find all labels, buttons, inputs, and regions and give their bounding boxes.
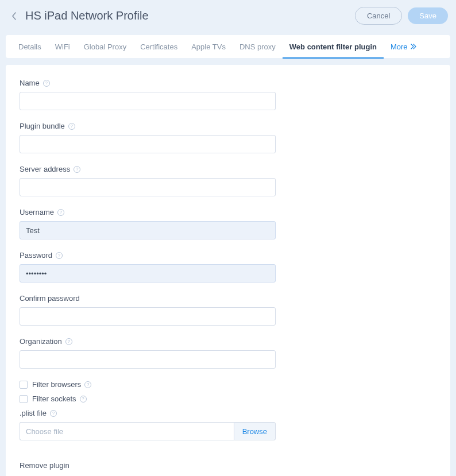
help-icon[interactable]: ?: [68, 123, 75, 130]
cancel-button[interactable]: Cancel: [355, 7, 402, 25]
tab-more-label: More: [391, 42, 408, 51]
page-title: HS iPad Network Profile: [25, 9, 355, 22]
filter-sockets-label: Filter sockets: [32, 394, 76, 403]
browse-button[interactable]: Browse: [234, 422, 276, 440]
tab-wifi[interactable]: WiFi: [48, 36, 77, 58]
confirm-password-input[interactable]: [20, 307, 276, 326]
help-icon[interactable]: ?: [65, 338, 72, 345]
organization-input[interactable]: [20, 350, 276, 369]
help-icon[interactable]: ?: [74, 166, 80, 173]
username-input[interactable]: [20, 221, 276, 239]
organization-label: Organization: [20, 337, 62, 346]
password-label: Password: [20, 251, 52, 260]
remove-plugin-link[interactable]: Remove plugin: [20, 461, 69, 470]
tab-web-content-filter-plugin[interactable]: Web content filter plugin: [283, 36, 384, 58]
back-button[interactable]: [8, 10, 20, 22]
plist-file-input[interactable]: Choose file: [20, 422, 234, 440]
help-icon[interactable]: ?: [84, 381, 91, 388]
username-label: Username: [20, 208, 54, 216]
save-button[interactable]: Save: [408, 7, 448, 24]
plugin-bundle-label: Plugin bundle: [20, 122, 65, 130]
help-icon[interactable]: ?: [56, 252, 63, 259]
help-icon[interactable]: ?: [57, 209, 64, 216]
plugin-bundle-input[interactable]: [20, 135, 276, 153]
server-address-input[interactable]: [20, 178, 276, 196]
tab-details[interactable]: Details: [11, 36, 48, 58]
help-icon[interactable]: ?: [50, 410, 57, 417]
name-label: Name: [20, 79, 40, 87]
plist-file-label: .plist file: [20, 409, 47, 417]
filter-browsers-label: Filter browsers: [32, 380, 81, 389]
form-card: Name ? Plugin bundle ? Server address ? …: [6, 65, 450, 476]
password-input[interactable]: [20, 264, 276, 282]
name-input[interactable]: [20, 92, 276, 110]
help-icon[interactable]: ?: [80, 396, 87, 403]
tab-more[interactable]: More: [384, 36, 424, 58]
tab-certificates[interactable]: Certificates: [133, 36, 184, 58]
tabs-bar: Details WiFi Global Proxy Certificates A…: [6, 35, 450, 58]
confirm-password-label: Confirm password: [20, 294, 80, 303]
tab-dns-proxy[interactable]: DNS proxy: [233, 36, 283, 58]
server-address-label: Server address: [20, 165, 70, 173]
filter-sockets-checkbox[interactable]: [20, 395, 28, 403]
tab-global-proxy[interactable]: Global Proxy: [77, 36, 133, 58]
help-icon[interactable]: ?: [43, 80, 50, 87]
chevrons-right-icon: [410, 44, 417, 49]
filter-browsers-checkbox[interactable]: [20, 381, 28, 389]
tab-apple-tvs[interactable]: Apple TVs: [184, 36, 233, 58]
